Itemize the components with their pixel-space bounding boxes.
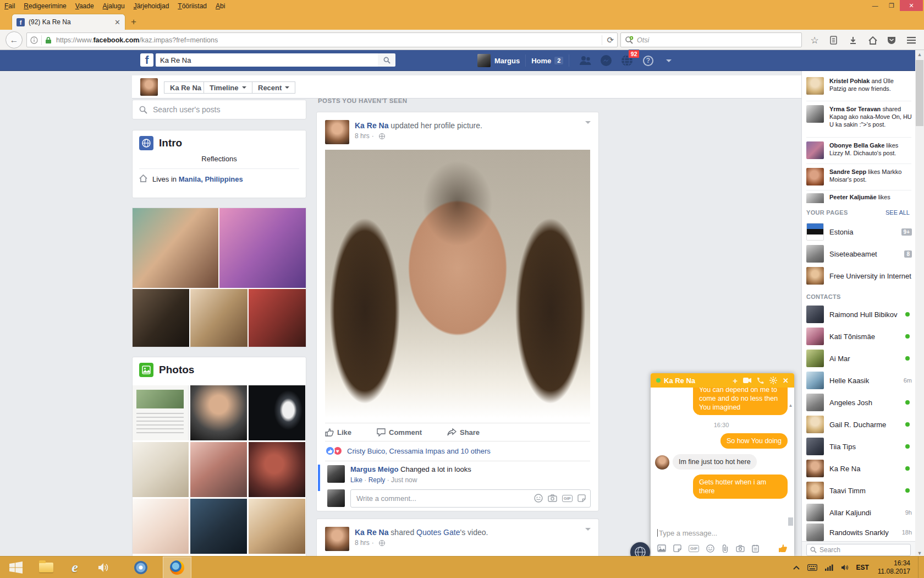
pocket-icon[interactable] <box>886 34 898 46</box>
ticker-item[interactable]: Peeter Kaljumäe likes <box>806 193 912 203</box>
back-button[interactable]: ← <box>6 31 23 48</box>
post-author-link[interactable]: Ka Re Na <box>355 121 388 130</box>
photo-thumbnail[interactable] <box>190 385 247 440</box>
touch-keyboard-icon[interactable] <box>807 564 817 571</box>
photo-thumbnail[interactable] <box>190 499 247 554</box>
comment-author-avatar[interactable] <box>327 465 345 483</box>
ticker-name[interactable]: Peeter Kaljumäe <box>829 194 877 200</box>
start-button[interactable] <box>0 557 32 578</box>
photo-thumbnail[interactable] <box>219 208 306 288</box>
search-posts-input[interactable]: Search user's posts <box>133 100 306 119</box>
page-row[interactable]: Siseteabeamet 8 <box>806 245 912 263</box>
attachment-paperclip-icon[interactable] <box>722 544 729 553</box>
lives-place-link[interactable]: Manila, Philippines <box>179 175 243 183</box>
help-icon[interactable]: ? <box>641 53 655 68</box>
home-link[interactable]: Home <box>531 57 551 65</box>
see-all-link[interactable]: SEE ALL <box>886 209 910 216</box>
friend-requests-icon[interactable] <box>578 53 592 68</box>
search-engine-icon[interactable] <box>625 36 634 45</box>
ticker-item[interactable]: Sandre Sepp likes Markko Moisar's post. <box>806 168 912 186</box>
gear-icon[interactable] <box>769 377 777 384</box>
tab-close-icon[interactable]: ✕ <box>114 18 120 26</box>
comment-like-link[interactable]: Like <box>350 476 362 484</box>
emoji-icon[interactable] <box>706 544 714 553</box>
photo-thumbnail[interactable] <box>132 442 189 497</box>
ticker-name[interactable]: Yrma Sor Teravan <box>829 106 881 112</box>
profile-shortcut[interactable]: Margus Home 2 92 ? <box>477 50 679 71</box>
scroll-up-icon[interactable]: ▲ <box>915 50 924 59</box>
facebook-logo[interactable]: f <box>140 53 153 67</box>
shared-page-link[interactable]: Quotes Gate <box>416 528 460 537</box>
menu-history[interactable]: Ajalugu <box>103 2 125 10</box>
plan-notes-icon[interactable] <box>752 544 759 553</box>
photo-thumbnail[interactable] <box>133 208 218 288</box>
contact-row[interactable]: Tiia Tips <box>806 438 912 455</box>
contact-row[interactable]: Allar Kaljundi9h <box>806 504 912 521</box>
file-explorer-button[interactable] <box>33 557 59 578</box>
reaction-names[interactable]: Cristy Buico, Cressamia Impas and 10 oth… <box>347 447 491 455</box>
photo-thumbnail[interactable] <box>132 499 189 554</box>
close-button[interactable]: ✕ <box>900 0 923 11</box>
show-desktop-button[interactable] <box>918 557 922 578</box>
post-author-avatar[interactable] <box>325 527 349 551</box>
menu-edit[interactable]: Redigeerimine <box>24 2 66 10</box>
emoji-icon[interactable] <box>534 494 543 503</box>
scrollbar-thumb[interactable] <box>916 60 923 126</box>
add-photo-icon[interactable] <box>657 544 666 552</box>
downloads-icon[interactable] <box>847 34 859 46</box>
ticker-item[interactable]: Kristel Pohlak and Ülle Patzig are now f… <box>806 77 912 95</box>
menu-help[interactable]: Abi <box>216 2 225 10</box>
restore-button[interactable]: ❐ <box>883 0 900 11</box>
page-row[interactable]: Free University in Internet <box>806 267 912 285</box>
tray-volume-icon[interactable] <box>841 564 849 571</box>
menu-bookmarks[interactable]: Järjehoidjad <box>134 2 169 10</box>
post-author-link[interactable]: Ka Re Na <box>355 528 388 537</box>
write-comment-input[interactable]: Write a comment... GIF <box>350 489 591 508</box>
photo-thumbnail[interactable] <box>132 385 189 440</box>
sticker-icon[interactable] <box>673 544 681 553</box>
profile-name-button[interactable]: Ka Re Na <box>164 81 207 94</box>
chat-scrollbar[interactable]: ▲ ▼ <box>788 403 794 526</box>
home-icon[interactable] <box>867 34 879 46</box>
ticker-item[interactable]: Obonye Bella Gake likes Lizzy M. Dichaut… <box>806 141 912 159</box>
reload-icon[interactable]: ⟳ <box>602 35 614 45</box>
post-author-avatar[interactable] <box>325 120 349 144</box>
messenger-icon[interactable] <box>599 53 613 68</box>
bookmark-star-icon[interactable]: ☆ <box>809 34 821 46</box>
chat-search-input[interactable]: Search <box>806 544 911 556</box>
ticker-item[interactable]: Yrma Sor Teravan shared Kapag ako naka-M… <box>806 105 912 128</box>
internet-explorer-button[interactable]: e <box>62 557 88 578</box>
thumbs-up-send-icon[interactable] <box>778 544 788 553</box>
camera-icon[interactable] <box>736 545 745 552</box>
url-bar[interactable]: https://www.facebook.com/kaz.impas?fref=… <box>26 32 618 47</box>
ticker-name[interactable]: Kristel Pohlak <box>829 78 870 84</box>
new-tab-button[interactable]: + <box>131 17 136 28</box>
post-options-caret-icon[interactable] <box>585 528 591 531</box>
scroll-up-icon[interactable]: ▲ <box>788 403 794 408</box>
contact-row[interactable]: Raimond Hull Bibikov <box>806 306 912 323</box>
notifications-globe-icon[interactable]: 92 <box>620 53 634 68</box>
browser-scrollbar[interactable]: ▲ ▼ <box>915 50 924 558</box>
minimized-chat-globe-icon[interactable] <box>630 542 650 558</box>
https-lock-icon[interactable] <box>45 36 52 44</box>
menu-view[interactable]: Vaade <box>75 2 94 10</box>
menu-file[interactable]: Fail <box>4 2 15 10</box>
photo-thumbnail[interactable] <box>249 289 306 347</box>
contact-row[interactable]: Taavi Timm <box>806 482 912 499</box>
library-icon[interactable] <box>827 34 839 46</box>
profile-picture-photo[interactable] <box>325 150 590 418</box>
camera-icon[interactable] <box>548 494 557 502</box>
contact-row[interactable]: Ka Re Na <box>806 460 912 477</box>
voice-call-icon[interactable] <box>757 377 764 384</box>
post-options-caret-icon[interactable] <box>585 121 591 124</box>
comment-button[interactable]: Comment <box>377 428 422 437</box>
ticker-name[interactable]: Obonye Bella Gake <box>829 142 884 149</box>
photo-thumbnail[interactable] <box>249 385 305 440</box>
ticker-name[interactable]: Sandre Sepp <box>829 168 866 175</box>
page-row[interactable]: Estonia 9+ <box>806 223 912 241</box>
contact-row[interactable]: Helle Kaasik6m <box>806 372 912 389</box>
network-icon[interactable] <box>825 564 833 571</box>
contact-row[interactable]: Kati Tõnismäe <box>806 328 912 345</box>
timeline-dropdown[interactable]: Timeline <box>204 81 252 94</box>
keyboard-language-indicator[interactable]: EST <box>856 564 868 571</box>
